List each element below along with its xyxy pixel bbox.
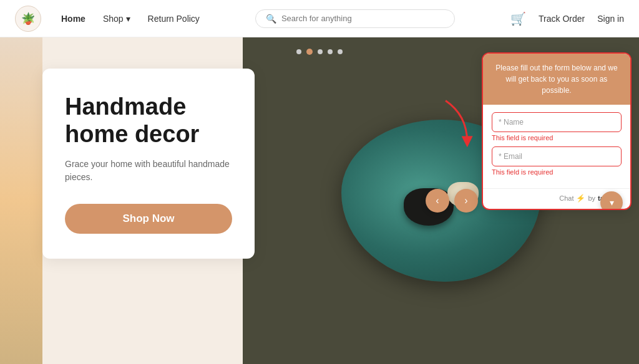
email-input[interactable] bbox=[492, 146, 622, 166]
header: 🪴 Home Shop ▾ Return Policy 🔍 🛒 Track Or… bbox=[0, 0, 639, 37]
carousel-next-button[interactable]: › bbox=[454, 189, 478, 213]
chat-footer-chat-label: Chat bbox=[559, 194, 573, 202]
search-icon: 🔍 bbox=[266, 14, 276, 24]
logo-image: 🪴 bbox=[15, 6, 41, 32]
carousel-prev-button[interactable]: ‹ bbox=[426, 189, 449, 213]
header-right: 🛒 Track Order Sign in bbox=[510, 11, 624, 26]
dot-2[interactable] bbox=[306, 49, 313, 55]
hero-subtitle: Grace your home with beautiful handmade … bbox=[65, 158, 232, 184]
hero-panel: Handmade home decor Grace your home with… bbox=[42, 69, 255, 259]
email-error: This field is required bbox=[492, 168, 622, 176]
name-field-group: This field is required bbox=[492, 112, 622, 141]
dot-4[interactable] bbox=[328, 49, 333, 54]
chat-header-text: Please fill out the form below and we wi… bbox=[493, 62, 620, 96]
hero-title: Handmade home decor bbox=[65, 93, 232, 148]
name-input[interactable] bbox=[492, 112, 622, 132]
email-field-group: This field is required bbox=[492, 146, 622, 176]
chevron-down-icon: ▾ bbox=[610, 198, 614, 208]
nav-return-policy[interactable]: Return Policy bbox=[148, 14, 200, 24]
search-bar: 🔍 bbox=[215, 9, 495, 28]
chat-expand-button[interactable]: ▾ bbox=[600, 191, 623, 210]
cart-icon[interactable]: 🛒 bbox=[510, 11, 526, 26]
chat-widget: Please fill out the form below and we wi… bbox=[482, 52, 632, 210]
search-input[interactable] bbox=[281, 14, 444, 23]
main-nav: Home Shop ▾ Return Policy bbox=[61, 14, 200, 24]
chevron-down-icon: ▾ bbox=[126, 14, 130, 24]
nav-shop[interactable]: Shop ▾ bbox=[103, 14, 130, 24]
dot-5[interactable] bbox=[338, 49, 343, 54]
name-error: This field is required bbox=[492, 134, 622, 141]
chat-body: This field is required This field is req… bbox=[483, 105, 630, 188]
nav-home[interactable]: Home bbox=[61, 14, 85, 24]
lightning-icon: ⚡ bbox=[576, 194, 585, 203]
main-content: ‹ › Handmade home decor Grace your home … bbox=[0, 37, 639, 364]
side-thumbnail-left bbox=[0, 37, 42, 364]
sign-in-link[interactable]: Sign in bbox=[597, 14, 624, 24]
track-order-link[interactable]: Track Order bbox=[539, 14, 585, 24]
logo[interactable]: 🪴 bbox=[15, 6, 41, 32]
chat-footer-by: by bbox=[588, 194, 595, 202]
shop-now-button[interactable]: Shop Now bbox=[65, 204, 232, 234]
chat-header: Please fill out the form below and we wi… bbox=[483, 54, 630, 105]
dot-1[interactable] bbox=[296, 49, 301, 54]
search-input-wrap[interactable]: 🔍 bbox=[255, 9, 455, 28]
carousel-dots bbox=[296, 49, 343, 55]
dot-3[interactable] bbox=[318, 49, 323, 54]
